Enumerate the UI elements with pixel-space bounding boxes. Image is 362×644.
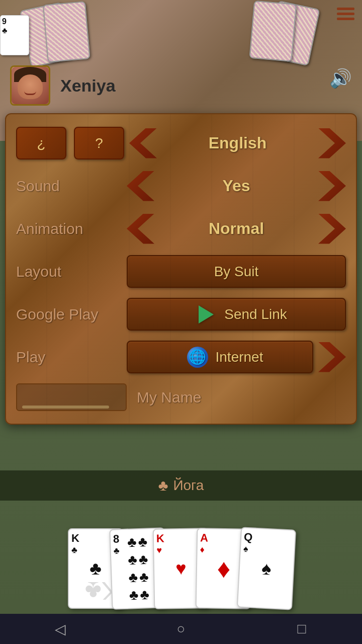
internet-button[interactable]: 🌐 Internet [127, 341, 313, 373]
layout-button[interactable]: By Suit [127, 255, 346, 288]
animation-label: Animation [16, 220, 127, 237]
volume-icon[interactable]: 🔊 [329, 68, 354, 93]
settings-panel: ¿ ? English Sound Yes Animation Normal L… [5, 113, 357, 425]
sound-next-button[interactable] [318, 171, 346, 201]
player-avatar [10, 65, 50, 106]
animation-value: Normal [157, 219, 316, 238]
sound-row: Sound Yes [16, 170, 346, 202]
top-card-left2 [43, 1, 98, 65]
layout-label: Layout [16, 263, 127, 280]
top-card-right2 [249, 1, 304, 65]
layout-control: By Suit [127, 255, 346, 288]
send-link-button[interactable]: Send Link [127, 298, 346, 331]
animation-prev-button[interactable] [127, 214, 154, 244]
top-cards-area: 9 ♣ [0, 0, 362, 65]
help-icon-btn-2[interactable]: ? [74, 127, 124, 159]
nav-home-button[interactable]: ○ [168, 616, 194, 641]
my-name-input[interactable] [16, 383, 127, 411]
animation-control: Normal [127, 214, 346, 244]
hand-card-queen-spades[interactable]: Q ♠ ♠ [237, 527, 296, 610]
language-prev-button[interactable] [129, 128, 157, 158]
google-play-row: Google Play Send Link [16, 298, 346, 331]
play-store-icon [196, 304, 217, 325]
play-control: 🌐 Internet [127, 341, 346, 373]
play-next-button[interactable] [318, 342, 346, 372]
globe-icon: 🌐 [187, 347, 208, 368]
icon-buttons-group: ¿ ? [16, 127, 124, 159]
language-value: English [159, 134, 316, 152]
layout-row: Layout By Suit [16, 255, 346, 288]
nav-bar: ◁ ○ □ [0, 614, 362, 644]
scroll-thumb [22, 406, 109, 409]
language-control: English [129, 128, 346, 158]
play-label: Play [16, 349, 127, 366]
google-play-control: Send Link [127, 298, 346, 331]
sound-label: Sound [16, 178, 127, 195]
nav-back-button[interactable]: ◁ [48, 616, 73, 641]
small-card-nine-clubs: 9 ♣ [0, 15, 29, 55]
player-bar: Xeniya [0, 60, 362, 111]
hand-cards: K ♣ K♣ ♣ 8 ♣ ♣♣ ♣♣ ♣♣ ♣♣ K ♥ ♥ A ♦ ♦ Q ♠… [0, 528, 362, 611]
my-name-row: My Name [16, 383, 346, 411]
bottom-player-bar: ♣ Йога [0, 470, 362, 501]
sound-control: Yes [127, 171, 346, 201]
sound-value: Yes [157, 177, 316, 195]
player-name: Xeniya [60, 76, 116, 96]
animation-row: Animation Normal [16, 212, 346, 245]
language-next-button[interactable] [318, 128, 346, 158]
play-row: Play 🌐 Internet [16, 341, 346, 373]
help-icon-btn-1[interactable]: ¿ [16, 127, 66, 159]
language-row: ¿ ? English [16, 127, 346, 159]
sound-prev-button[interactable] [127, 171, 154, 201]
animation-next-button[interactable] [318, 214, 346, 244]
my-name-label: My Name [137, 389, 201, 406]
nav-recents-button[interactable]: □ [289, 616, 314, 641]
google-play-label: Google Play [16, 306, 127, 323]
bottom-player-name: ♣ Йога [0, 474, 362, 497]
